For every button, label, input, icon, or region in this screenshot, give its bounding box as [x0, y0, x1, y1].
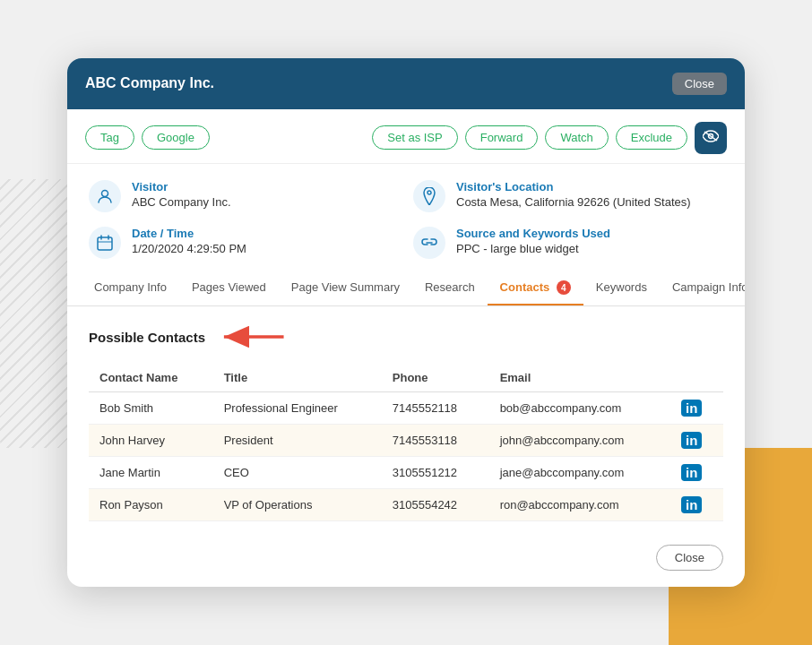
linkedin-cell[interactable]: in: [670, 425, 723, 457]
possible-contacts-heading: Possible Contacts: [89, 322, 723, 351]
location-label: Visitor's Location: [456, 180, 691, 194]
background-stripes: [0, 179, 72, 448]
contact-title: Professional Engineer: [213, 392, 382, 425]
datetime-label: Date / Time: [132, 227, 246, 240]
tab-campaign-info[interactable]: Campaign Info: [660, 271, 745, 306]
datetime-block: Date / Time 1/20/2020 4:29:50 PM: [89, 227, 399, 259]
close-header-button[interactable]: Close: [672, 73, 727, 95]
source-block: Source and Keywords Used PPC - large blu…: [413, 227, 723, 259]
contact-phone: 7145552118: [382, 392, 489, 425]
tab-page-view-summary[interactable]: Page View Summary: [279, 271, 412, 306]
arrow-indicator: [216, 322, 288, 351]
svg-point-3: [428, 191, 431, 194]
content-area: Possible Contacts Contact Name Title Pho…: [67, 306, 745, 534]
linkedin-cell[interactable]: in: [670, 489, 723, 521]
col-header-name: Contact Name: [89, 364, 213, 392]
modal-footer: Close: [67, 534, 745, 587]
contact-email: bob@abccompany.com: [489, 392, 670, 425]
contact-name: John Harvey: [89, 425, 213, 457]
datetime-icon: [89, 227, 121, 259]
modal-title: ABC Company Inc.: [85, 75, 214, 91]
tab-company-info[interactable]: Company Info: [82, 271, 179, 306]
contact-email: ron@abccompany.com: [489, 489, 670, 521]
table-row: John Harvey President 7145553118 john@ab…: [89, 425, 723, 457]
svg-point-2: [102, 190, 108, 196]
contacts-table: Contact Name Title Phone Email Bob Smith…: [89, 364, 723, 521]
action-right-group: Set as ISP Forward Watch Exclude: [372, 122, 727, 154]
linkedin-icon[interactable]: in: [681, 400, 702, 417]
action-left-group: Tag Google: [85, 125, 210, 150]
contact-email: jane@abccompany.com: [489, 457, 670, 489]
action-bar: Tag Google Set as ISP Forward Watch Excl…: [67, 109, 745, 164]
watch-button[interactable]: Watch: [545, 125, 608, 150]
datetime-value: 1/20/2020 4:29:50 PM: [132, 242, 246, 255]
contact-title: CEO: [213, 457, 382, 489]
linkedin-icon[interactable]: in: [681, 432, 702, 449]
forward-button[interactable]: Forward: [465, 125, 539, 150]
visitor-block: Visitor ABC Company Inc.: [89, 180, 399, 212]
contact-title: VP of Operations: [213, 489, 382, 521]
svg-rect-4: [98, 237, 112, 250]
table-row: Ron Payson VP of Operations 3105554242 r…: [89, 489, 723, 521]
contact-title: President: [213, 425, 382, 457]
info-section: Visitor ABC Company Inc. Visitor's Locat…: [67, 164, 745, 271]
location-block: Visitor's Location Costa Mesa, Californi…: [413, 180, 723, 212]
contact-email: john@abccompany.com: [489, 425, 670, 457]
table-row: Jane Martin CEO 3105551212 jane@abccompa…: [89, 457, 723, 489]
exclude-button[interactable]: Exclude: [616, 125, 687, 150]
tabs-bar: Company Info Pages Viewed Page View Summ…: [67, 271, 745, 307]
linkedin-cell[interactable]: in: [670, 392, 723, 425]
tag-button[interactable]: Tag: [85, 125, 134, 150]
source-icon: [413, 227, 445, 259]
col-header-title: Title: [213, 364, 382, 392]
source-value: PPC - large blue widget: [456, 242, 610, 255]
visitor-value: ABC Company Inc.: [132, 195, 231, 209]
modal-header: ABC Company Inc. Close: [67, 58, 745, 109]
contact-phone: 7145553118: [382, 425, 489, 457]
contacts-badge: 4: [557, 280, 571, 295]
contact-phone: 3105551212: [382, 457, 489, 489]
col-header-linkedin: [670, 364, 723, 392]
visitor-label: Visitor: [132, 180, 231, 194]
visitor-icon: [89, 180, 121, 212]
contact-name: Ron Payson: [89, 489, 213, 521]
col-header-email: Email: [489, 364, 670, 392]
tab-pages-viewed[interactable]: Pages Viewed: [179, 271, 279, 306]
location-icon: [413, 180, 445, 212]
contact-name: Bob Smith: [89, 392, 213, 425]
google-button[interactable]: Google: [142, 125, 210, 150]
hide-button[interactable]: [695, 122, 727, 154]
contact-phone: 3105554242: [382, 489, 489, 521]
contact-name: Jane Martin: [89, 457, 213, 489]
linkedin-cell[interactable]: in: [670, 457, 723, 489]
tab-research[interactable]: Research: [412, 271, 488, 306]
set-as-isp-button[interactable]: Set as ISP: [372, 125, 457, 150]
tab-keywords[interactable]: Keywords: [583, 271, 660, 306]
tab-contacts[interactable]: Contacts 4: [488, 271, 583, 306]
linkedin-icon[interactable]: in: [681, 496, 702, 513]
col-header-phone: Phone: [382, 364, 489, 392]
hide-icon: [703, 128, 719, 147]
location-value: Costa Mesa, California 92626 (United Sta…: [456, 195, 691, 209]
linkedin-icon[interactable]: in: [681, 464, 702, 481]
close-footer-button[interactable]: Close: [656, 545, 723, 571]
section-heading-text: Possible Contacts: [89, 330, 205, 345]
source-label: Source and Keywords Used: [456, 227, 610, 240]
svg-line-1: [704, 132, 717, 141]
modal: ABC Company Inc. Close Tag Google Set as…: [67, 58, 745, 588]
table-row: Bob Smith Professional Engineer 71455521…: [89, 392, 723, 425]
